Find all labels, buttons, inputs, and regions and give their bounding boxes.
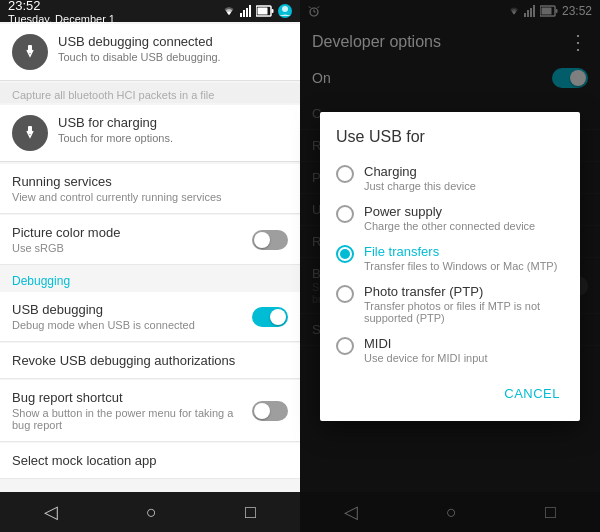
left-status-bar: 23:52 Tuesday, December 1 <box>0 0 300 22</box>
back-button[interactable]: ◁ <box>44 501 58 523</box>
dialog-overlay: Use USB for Charging Just charge this de… <box>300 0 600 532</box>
running-services-sub: View and control currently running servi… <box>12 191 288 203</box>
mock-location-item[interactable]: Select mock location app <box>0 443 300 479</box>
picture-color-text: Picture color mode Use sRGB <box>12 225 120 254</box>
left-date: Tuesday, December 1 <box>8 13 115 25</box>
radio-file-transfers-circle <box>336 245 354 263</box>
bug-report-title: Bug report shortcut <box>12 390 252 405</box>
radio-photo-transfer-label: Photo transfer (PTP) Transfer photos or … <box>364 284 564 324</box>
use-usb-dialog: Use USB for Charging Just charge this de… <box>320 112 580 421</box>
recents-button[interactable]: □ <box>245 502 256 523</box>
usb-icon <box>20 42 40 62</box>
svg-rect-1 <box>243 10 245 17</box>
file-transfers-title: File transfers <box>364 244 557 259</box>
radio-charging-circle <box>336 165 354 183</box>
left-nav-bar: ◁ ○ □ <box>0 492 300 532</box>
picture-color-item[interactable]: Picture color mode Use sRGB <box>0 215 300 265</box>
left-panel: 23:52 Tuesday, December 1 <box>0 0 300 532</box>
usb-debug-title: USB debugging connected <box>58 34 221 49</box>
usb-debugging-sub: Debug mode when USB is connected <box>12 319 195 331</box>
svg-rect-3 <box>249 5 251 17</box>
radio-file-transfers-label: File transfers Transfer files to Windows… <box>364 244 557 272</box>
fade-item: Capture all bluetooth HCI packets in a f… <box>0 83 300 103</box>
usb-debug-icon <box>12 34 48 70</box>
avatar-icon <box>278 4 292 18</box>
usb-charging-icon <box>12 115 48 151</box>
mock-location-title: Select mock location app <box>12 453 288 468</box>
cancel-button[interactable]: CANCEL <box>492 378 572 409</box>
signal-icon <box>240 5 252 17</box>
power-supply-sub: Charge the other connected device <box>364 220 535 232</box>
left-status-icons <box>222 4 292 18</box>
picture-color-toggle[interactable] <box>252 230 288 250</box>
dialog-title: Use USB for <box>320 128 580 158</box>
dialog-actions: CANCEL <box>320 370 580 413</box>
usb-debugging-text: USB debugging Debug mode when USB is con… <box>12 302 195 331</box>
radio-power-supply[interactable]: Power supply Charge the other connected … <box>320 198 580 238</box>
usb-debugging-toggle[interactable] <box>252 307 288 327</box>
svg-rect-2 <box>246 8 248 17</box>
photo-transfer-title: Photo transfer (PTP) <box>364 284 564 299</box>
radio-midi[interactable]: MIDI Use device for MIDI input <box>320 330 580 370</box>
usb-charging-title: USB for charging <box>58 115 173 130</box>
revoke-title: Revoke USB debugging authorizations <box>12 353 288 368</box>
right-panel: 23:52 Developer options ⋮ On C R P U R B… <box>300 0 600 532</box>
bug-report-toggle[interactable] <box>252 401 288 421</box>
bug-report-sub: Show a button in the power menu for taki… <box>12 407 252 431</box>
picture-color-sub: Use sRGB <box>12 242 120 254</box>
battery-icon <box>256 5 274 17</box>
usb-debugging-item[interactable]: USB debugging Debug mode when USB is con… <box>0 292 300 342</box>
usb-charging-text: USB for charging Touch for more options. <box>58 115 173 144</box>
usb-debug-notification[interactable]: USB debugging connected Touch to disable… <box>0 24 300 81</box>
svg-rect-6 <box>258 8 268 15</box>
radio-photo-transfer[interactable]: Photo transfer (PTP) Transfer photos or … <box>320 278 580 330</box>
usb-debug-text: USB debugging connected Touch to disable… <box>58 34 221 63</box>
radio-midi-label: MIDI Use device for MIDI input <box>364 336 488 364</box>
usb-debugging-title: USB debugging <box>12 302 195 317</box>
photo-transfer-sub: Transfer photos or files if MTP is not s… <box>364 300 564 324</box>
radio-photo-transfer-circle <box>336 285 354 303</box>
left-time: 23:52 <box>8 0 115 13</box>
power-supply-title: Power supply <box>364 204 535 219</box>
radio-file-transfers[interactable]: File transfers Transfer files to Windows… <box>320 238 580 278</box>
usb-charging-subtitle: Touch for more options. <box>58 132 173 144</box>
usb-charge-icon <box>20 123 40 143</box>
midi-title: MIDI <box>364 336 488 351</box>
home-button[interactable]: ○ <box>146 502 157 523</box>
bug-report-text: Bug report shortcut Show a button in the… <box>12 390 252 431</box>
charging-sub: Just charge this device <box>364 180 476 192</box>
radio-charging-label: Charging Just charge this device <box>364 164 476 192</box>
svg-rect-0 <box>240 13 242 17</box>
left-settings: Running services View and control curren… <box>0 164 300 492</box>
running-services-item[interactable]: Running services View and control curren… <box>0 164 300 214</box>
usb-charging-notification[interactable]: USB for charging Touch for more options. <box>0 105 300 162</box>
midi-sub: Use device for MIDI input <box>364 352 488 364</box>
svg-point-8 <box>282 6 288 12</box>
radio-power-supply-label: Power supply Charge the other connected … <box>364 204 535 232</box>
revoke-item[interactable]: Revoke USB debugging authorizations <box>0 343 300 379</box>
file-transfers-sub: Transfer files to Windows or Mac (MTP) <box>364 260 557 272</box>
svg-rect-5 <box>272 9 274 13</box>
debugging-header: Debugging <box>0 266 300 292</box>
bug-report-item[interactable]: Bug report shortcut Show a button in the… <box>0 380 300 442</box>
radio-power-supply-circle <box>336 205 354 223</box>
radio-midi-circle <box>336 337 354 355</box>
running-services-title: Running services <box>12 174 288 189</box>
picture-color-title: Picture color mode <box>12 225 120 240</box>
wifi-icon <box>222 5 236 17</box>
charging-title: Charging <box>364 164 476 179</box>
usb-debug-subtitle: Touch to disable USB debugging. <box>58 51 221 63</box>
radio-charging[interactable]: Charging Just charge this device <box>320 158 580 198</box>
